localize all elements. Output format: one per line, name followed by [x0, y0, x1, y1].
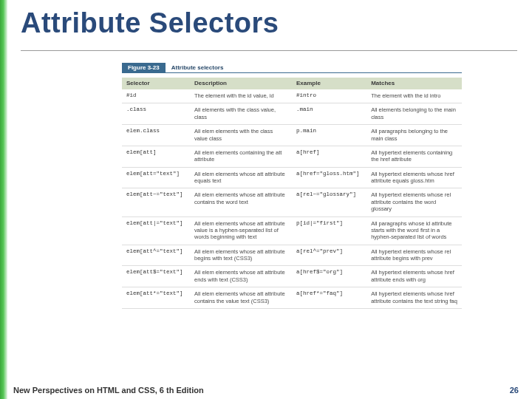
cell-selector: elem[att="text"] [122, 167, 190, 188]
figure-caption: Attribute selectors [166, 63, 462, 73]
cell-matches: All hypertext elements whose href attrib… [366, 266, 462, 287]
left-accent-bar [0, 0, 7, 399]
cell-selector: elem[att*="text"] [122, 287, 190, 309]
cell-description: All elements with the class value, class [190, 103, 292, 125]
cell-selector: elem[att~="text"] [122, 188, 190, 216]
cell-description: All elem elements whose att attribute eq… [190, 167, 292, 188]
cell-matches: All hypertext elements containing the hr… [366, 146, 462, 167]
table-row: elem.classAll elem elements with the cla… [122, 125, 462, 146]
cell-matches: All hypertext elements whose rel attribu… [366, 245, 462, 266]
th-description: Description [190, 78, 292, 89]
cell-description: All elem elements whose att attribute va… [190, 216, 292, 245]
th-matches: Matches [366, 78, 462, 89]
table-row: elem[att="text"]All elem elements whose … [122, 167, 462, 188]
slide-footer: New Perspectives on HTML and CSS, 6 th E… [0, 386, 532, 399]
cell-description: All elem elements containing the att att… [190, 146, 292, 167]
table-row: elem[att*="text"]All elem elements whose… [122, 287, 462, 309]
cell-description: All elem elements whose att attribute co… [190, 287, 292, 309]
figure-number: Figure 3-23 [122, 63, 166, 73]
cell-matches: All paragraphs belonging to the main cla… [366, 125, 462, 146]
cell-matches: The element with the id intro [366, 89, 462, 103]
cell-selector: elem[att|="text"] [122, 216, 190, 245]
footer-text: New Perspectives on HTML and CSS, 6 th E… [13, 386, 204, 395]
page-number: 26 [510, 386, 519, 395]
table-row: .classAll elements with the class value,… [122, 103, 462, 125]
cell-matches: All hypertext elements whose href attrib… [366, 287, 462, 309]
cell-description: All elem elements whose att attribute en… [190, 266, 292, 287]
th-selector: Selector [122, 78, 190, 89]
cell-matches: All paragraphs whose id attribute starts… [366, 216, 462, 245]
table-row: elem[att^="text"]All elem elements whose… [122, 245, 462, 266]
cell-selector: #id [122, 89, 190, 103]
cell-example: #intro [292, 89, 366, 103]
cell-example: p.main [292, 125, 366, 146]
cell-selector: elem.class [122, 125, 190, 146]
cell-example: a[href$="org"] [292, 266, 366, 287]
table-row: #idThe element with the id value, id#int… [122, 89, 462, 103]
cell-matches: All elements belonging to the main class [366, 103, 462, 125]
figure-caption-bar: Figure 3-23 Attribute selectors [122, 63, 462, 73]
figure-container: Figure 3-23 Attribute selectors Selector… [122, 63, 462, 309]
table-header-row: Selector Description Example Matches [122, 78, 462, 89]
cell-example: a[rel^="prev"] [292, 245, 366, 266]
cell-selector: elem[att^="text"] [122, 245, 190, 266]
cell-selector: elem[att] [122, 146, 190, 167]
selectors-table: Selector Description Example Matches #id… [122, 78, 462, 309]
cell-example: a[href] [292, 146, 366, 167]
cell-description: All elem elements whose att attribute be… [190, 245, 292, 266]
cell-selector: .class [122, 103, 190, 125]
table-row: elem[att]All elem elements containing th… [122, 146, 462, 167]
cell-example: a[href*="faq"] [292, 287, 366, 309]
cell-description: All elem elements with the class value c… [190, 125, 292, 146]
table-row: elem[att~="text"]All elem elements whose… [122, 188, 462, 216]
cell-example: .main [292, 103, 366, 125]
title-rule [21, 50, 517, 51]
cell-example: p[id|="first"] [292, 216, 366, 245]
cell-matches: All hypertext elements whose rel attribu… [366, 188, 462, 216]
cell-selector: elem[att$="text"] [122, 266, 190, 287]
cell-description: The element with the id value, id [190, 89, 292, 103]
cell-example: a[rel~="glossary"] [292, 188, 366, 216]
cell-matches: All hypertext elements whose href attrib… [366, 167, 462, 188]
cell-example: a[href="gloss.htm"] [292, 167, 366, 188]
cell-description: All elem elements whose att attribute co… [190, 188, 292, 216]
th-example: Example [292, 78, 366, 89]
table-row: elem[att|="text"]All elem elements whose… [122, 216, 462, 245]
slide-title: Attribute Selectors [21, 7, 279, 39]
table-row: elem[att$="text"]All elem elements whose… [122, 266, 462, 287]
